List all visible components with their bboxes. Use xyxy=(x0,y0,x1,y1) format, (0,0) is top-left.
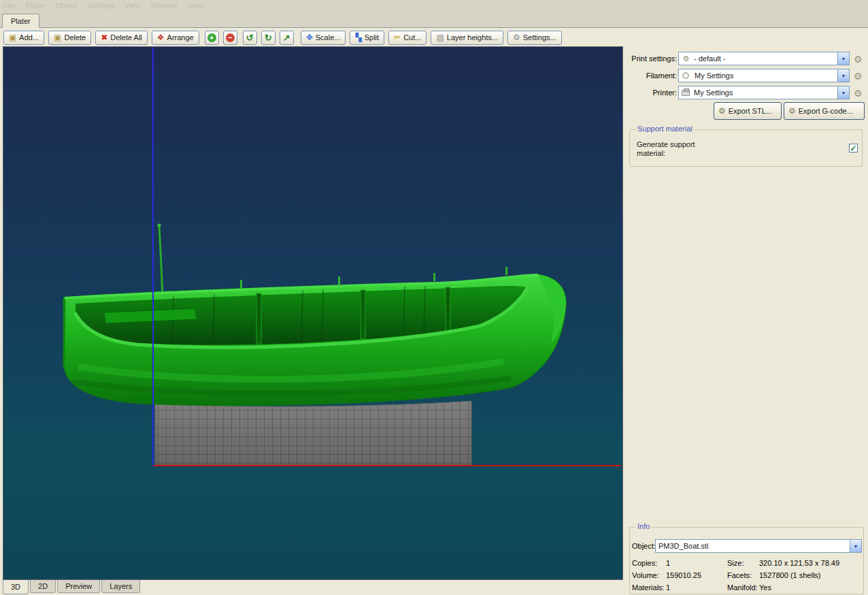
support-material-block xyxy=(155,401,471,465)
arrange-button[interactable]: ❖ Arrange xyxy=(152,31,199,45)
menu-item-settings[interactable]: Settings xyxy=(87,1,114,10)
delete-all-label: Delete All xyxy=(110,33,141,42)
info-groupbox: Info Object: PM3D_Boat.stl ▼ Copies: 1 S… xyxy=(629,527,864,594)
increase-copies-button[interactable]: + xyxy=(205,31,219,45)
delete-icon: ▣ xyxy=(54,33,61,42)
export-stl-label: Export STL... xyxy=(729,107,772,115)
settings-gear-icon: ⚙ xyxy=(513,33,520,42)
copies-value: 1 xyxy=(666,559,670,567)
object-select[interactable]: PM3D_Boat.stl ▼ xyxy=(655,539,862,553)
filament-dropdown-arrow[interactable]: ▼ xyxy=(837,69,849,82)
materials-value: 1 xyxy=(666,583,670,592)
minus-circle-icon: − xyxy=(226,33,235,42)
generate-support-checkbox[interactable]: ✓ xyxy=(849,144,858,152)
split-button[interactable]: ▚ Split xyxy=(350,31,384,45)
support-material-title: Support material xyxy=(635,125,695,133)
viewport-3d[interactable] xyxy=(3,46,623,580)
arrange-icon: ❖ xyxy=(157,33,165,42)
decrease-copies-button[interactable]: − xyxy=(223,31,237,45)
tab-layers[interactable]: Layers xyxy=(101,580,140,593)
manifold-value: Yes xyxy=(759,583,771,592)
tab-2d[interactable]: 2D xyxy=(30,580,56,593)
split-icon: ▚ xyxy=(355,33,361,42)
layer-heights-label: Layer heights... xyxy=(447,33,498,42)
printer-icon xyxy=(682,90,690,96)
facets-label: Facets: xyxy=(727,571,752,579)
split-label: Split xyxy=(365,33,379,42)
tab-plater-label: Plater xyxy=(11,17,31,25)
size-value: 320.10 x 121.53 x 78.49 xyxy=(759,559,839,567)
export-gcode-icon: ⚙ xyxy=(788,107,796,115)
check-icon: ✓ xyxy=(850,144,856,152)
cut-label: Cut... xyxy=(403,33,421,42)
materials-label: Materials: xyxy=(632,583,665,592)
menu-bar: File Plater Object Settings View Window … xyxy=(0,0,868,11)
cut-icon: ✂ xyxy=(394,33,401,42)
rotate-45-button[interactable]: ↗ xyxy=(280,31,294,45)
filament-value: My Settings xyxy=(689,71,837,80)
printer-edit-gear-button[interactable]: ⚙ xyxy=(854,88,863,99)
printer-select[interactable]: My Settings ▼ xyxy=(678,86,850,99)
toolbar: ▣ Add... ▣ Delete ✖ Delete All ❖ Arrange… xyxy=(0,29,868,46)
filament-label: Filament: xyxy=(616,71,677,80)
support-material-groupbox: Support material Generate support materi… xyxy=(629,129,863,167)
generate-support-label: Generate support material: xyxy=(637,140,708,158)
print-settings-select[interactable]: ⚙ - default - ▼ xyxy=(678,52,850,65)
tab-layers-label: Layers xyxy=(110,582,132,590)
delete-button[interactable]: ▣ Delete xyxy=(48,31,91,45)
export-gcode-button[interactable]: ⚙ Export G-code... xyxy=(784,102,865,120)
menu-item-view[interactable]: View xyxy=(124,1,141,10)
delete-label: Delete xyxy=(64,33,86,42)
rotate-cw-button[interactable]: ↻ xyxy=(261,31,276,45)
delete-all-button[interactable]: ✖ Delete All xyxy=(95,31,148,45)
filament-select[interactable]: My Settings ▼ xyxy=(678,69,850,82)
rotate-ccw-button[interactable]: ↺ xyxy=(243,31,257,45)
tab-preview[interactable]: Preview xyxy=(57,580,100,593)
add-button[interactable]: ▣ Add... xyxy=(3,31,44,45)
layer-heights-icon: ▤ xyxy=(436,33,444,42)
export-gcode-label: Export G-code... xyxy=(799,107,853,115)
viewport-canvas xyxy=(3,47,622,579)
object-value: PM3D_Boat.stl xyxy=(656,542,850,550)
settings-button[interactable]: ⚙ Settings... xyxy=(507,31,562,45)
scale-label: Scale... xyxy=(316,33,341,42)
rotate-cw-icon: ↻ xyxy=(265,33,272,43)
print-settings-dropdown-arrow[interactable]: ▼ xyxy=(837,52,849,65)
tab-preview-label: Preview xyxy=(65,582,92,590)
menu-item-plater[interactable]: Plater xyxy=(26,1,46,10)
settings-label: Settings... xyxy=(523,33,556,42)
rotate-ccw-icon: ↺ xyxy=(246,33,254,43)
layer-heights-button[interactable]: ▤ Layer heights... xyxy=(431,31,503,45)
info-title: Info xyxy=(635,522,652,530)
object-dropdown-arrow[interactable]: ▼ xyxy=(850,540,861,552)
tab-2d-label: 2D xyxy=(38,582,48,590)
delete-all-icon: ✖ xyxy=(101,33,107,42)
view-tab-strip: 3D 2D Preview Layers xyxy=(3,580,141,595)
boat-model[interactable] xyxy=(63,224,566,406)
copies-label: Copies: xyxy=(632,559,657,567)
volume-value: 159010.25 xyxy=(666,571,701,579)
printer-dropdown-arrow[interactable]: ▼ xyxy=(837,86,849,99)
export-stl-button[interactable]: ⚙ Export STL... xyxy=(714,102,782,120)
menu-item-file[interactable]: File xyxy=(3,1,16,10)
menu-item-help[interactable]: Help xyxy=(188,1,203,10)
tab-3d-label: 3D xyxy=(11,583,20,591)
printer-label: Printer: xyxy=(616,89,677,97)
filament-icon xyxy=(682,72,689,79)
add-icon: ▣ xyxy=(9,33,16,42)
print-settings-edit-gear-button[interactable]: ⚙ xyxy=(854,54,863,65)
menu-item-object[interactable]: Object xyxy=(55,1,77,10)
scale-icon: ✥ xyxy=(306,33,313,42)
volume-label: Volume: xyxy=(632,571,659,579)
tab-strip: Plater xyxy=(0,11,868,28)
scale-button[interactable]: ✥ Scale... xyxy=(301,31,346,45)
filament-edit-gear-button[interactable]: ⚙ xyxy=(854,71,863,82)
tab-3d[interactable]: 3D xyxy=(3,580,29,594)
object-label: Object: xyxy=(632,542,656,550)
print-settings-gear-icon: ⚙ xyxy=(681,54,691,63)
export-stl-icon: ⚙ xyxy=(718,107,726,115)
menu-item-window[interactable]: Window xyxy=(151,1,178,10)
tab-plater[interactable]: Plater xyxy=(2,14,39,28)
cut-button[interactable]: ✂ Cut... xyxy=(388,31,427,45)
print-settings-value: - default - xyxy=(691,54,837,63)
